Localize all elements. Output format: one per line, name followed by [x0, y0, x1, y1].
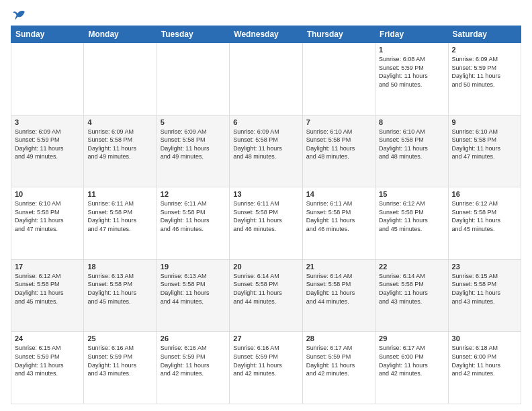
- calendar-cell: 5Sunrise: 6:09 AM Sunset: 5:58 PM Daylig…: [157, 115, 229, 187]
- day-detail: Sunrise: 6:16 AM Sunset: 5:59 PM Dayligh…: [233, 344, 298, 377]
- calendar-header-wednesday: Wednesday: [230, 26, 302, 43]
- calendar-cell: 18Sunrise: 6:13 AM Sunset: 5:58 PM Dayli…: [84, 259, 157, 332]
- day-detail: Sunrise: 6:11 AM Sunset: 5:58 PM Dayligh…: [87, 199, 152, 233]
- day-detail: Sunrise: 6:11 AM Sunset: 5:58 PM Dayligh…: [233, 199, 298, 233]
- calendar-header-row: SundayMondayTuesdayWednesdayThursdayFrid…: [11, 26, 521, 43]
- day-number: 15: [379, 190, 444, 198]
- day-detail: Sunrise: 6:17 AM Sunset: 6:00 PM Dayligh…: [379, 344, 444, 377]
- day-number: 11: [87, 190, 152, 198]
- calendar-cell: 12Sunrise: 6:11 AM Sunset: 5:58 PM Dayli…: [157, 187, 229, 260]
- calendar-cell: 21Sunrise: 6:14 AM Sunset: 5:58 PM Dayli…: [302, 259, 375, 332]
- calendar-cell: 13Sunrise: 6:11 AM Sunset: 5:58 PM Dayli…: [230, 187, 302, 260]
- day-number: 29: [379, 334, 444, 342]
- day-number: 8: [379, 118, 444, 126]
- day-number: 22: [379, 263, 444, 271]
- calendar-cell: [84, 43, 157, 116]
- calendar-cell: 7Sunrise: 6:10 AM Sunset: 5:58 PM Daylig…: [302, 115, 375, 187]
- day-number: 7: [306, 118, 371, 126]
- logo-bird-icon: [12, 8, 26, 21]
- day-detail: Sunrise: 6:09 AM Sunset: 5:58 PM Dayligh…: [87, 128, 152, 161]
- calendar-cell: 26Sunrise: 6:16 AM Sunset: 5:59 PM Dayli…: [157, 332, 229, 404]
- day-detail: Sunrise: 6:13 AM Sunset: 5:58 PM Dayligh…: [161, 272, 226, 306]
- day-number: 28: [306, 334, 371, 342]
- day-number: 14: [306, 190, 371, 198]
- day-detail: Sunrise: 6:17 AM Sunset: 5:59 PM Dayligh…: [306, 344, 371, 377]
- calendar-cell: 25Sunrise: 6:16 AM Sunset: 5:59 PM Dayli…: [84, 332, 157, 404]
- day-detail: Sunrise: 6:18 AM Sunset: 6:00 PM Dayligh…: [452, 344, 517, 377]
- day-number: 19: [161, 263, 226, 271]
- calendar-cell: 28Sunrise: 6:17 AM Sunset: 5:59 PM Dayli…: [302, 332, 375, 404]
- calendar-cell: 3Sunrise: 6:09 AM Sunset: 5:59 PM Daylig…: [11, 115, 84, 187]
- day-detail: Sunrise: 6:12 AM Sunset: 5:58 PM Dayligh…: [379, 199, 444, 233]
- calendar-cell: 14Sunrise: 6:11 AM Sunset: 5:58 PM Dayli…: [302, 187, 375, 260]
- day-detail: Sunrise: 6:09 AM Sunset: 5:58 PM Dayligh…: [161, 128, 226, 161]
- day-number: 12: [161, 190, 226, 198]
- day-number: 10: [15, 190, 80, 198]
- day-detail: Sunrise: 6:16 AM Sunset: 5:59 PM Dayligh…: [161, 344, 226, 377]
- day-detail: Sunrise: 6:12 AM Sunset: 5:58 PM Dayligh…: [15, 272, 80, 306]
- calendar-header-monday: Monday: [84, 26, 157, 43]
- calendar-cell: 6Sunrise: 6:09 AM Sunset: 5:58 PM Daylig…: [230, 115, 302, 187]
- day-number: 4: [87, 118, 152, 126]
- calendar-header-friday: Friday: [375, 26, 448, 43]
- day-number: 30: [452, 334, 517, 342]
- calendar-cell: 15Sunrise: 6:12 AM Sunset: 5:58 PM Dayli…: [375, 187, 448, 260]
- day-number: 17: [15, 263, 80, 271]
- calendar-cell: 9Sunrise: 6:10 AM Sunset: 5:58 PM Daylig…: [448, 115, 521, 187]
- day-number: 20: [233, 263, 298, 271]
- calendar-cell: 2Sunrise: 6:09 AM Sunset: 5:59 PM Daylig…: [448, 43, 521, 116]
- calendar-cell: 10Sunrise: 6:10 AM Sunset: 5:58 PM Dayli…: [11, 187, 84, 260]
- calendar-cell: [157, 43, 229, 116]
- calendar-cell: 11Sunrise: 6:11 AM Sunset: 5:58 PM Dayli…: [84, 187, 157, 260]
- calendar-cell: 4Sunrise: 6:09 AM Sunset: 5:58 PM Daylig…: [84, 115, 157, 187]
- calendar-cell: 19Sunrise: 6:13 AM Sunset: 5:58 PM Dayli…: [157, 259, 229, 332]
- day-number: 21: [306, 263, 371, 271]
- day-detail: Sunrise: 6:10 AM Sunset: 5:58 PM Dayligh…: [306, 128, 371, 161]
- calendar-header-tuesday: Tuesday: [157, 26, 229, 43]
- day-detail: Sunrise: 6:14 AM Sunset: 5:58 PM Dayligh…: [233, 272, 298, 306]
- day-detail: Sunrise: 6:14 AM Sunset: 5:58 PM Dayligh…: [379, 272, 444, 306]
- day-number: 2: [452, 46, 517, 54]
- calendar-header-sunday: Sunday: [11, 26, 84, 43]
- day-detail: Sunrise: 6:15 AM Sunset: 5:59 PM Dayligh…: [15, 344, 80, 377]
- calendar-week-4: 17Sunrise: 6:12 AM Sunset: 5:58 PM Dayli…: [11, 259, 521, 332]
- day-number: 18: [87, 263, 152, 271]
- day-number: 6: [233, 118, 298, 126]
- calendar-cell: 23Sunrise: 6:15 AM Sunset: 5:58 PM Dayli…: [448, 259, 521, 332]
- calendar-cell: 1Sunrise: 6:08 AM Sunset: 5:59 PM Daylig…: [375, 43, 448, 116]
- day-number: 24: [15, 334, 80, 342]
- day-detail: Sunrise: 6:16 AM Sunset: 5:59 PM Dayligh…: [87, 344, 152, 377]
- day-number: 23: [452, 263, 517, 271]
- day-number: 25: [87, 334, 152, 342]
- calendar-cell: [230, 43, 302, 116]
- day-number: 27: [233, 334, 298, 342]
- day-number: 3: [15, 118, 80, 126]
- logo-text: [11, 8, 26, 21]
- logo: [11, 8, 26, 21]
- day-detail: Sunrise: 6:14 AM Sunset: 5:58 PM Dayligh…: [306, 272, 371, 306]
- calendar-cell: 29Sunrise: 6:17 AM Sunset: 6:00 PM Dayli…: [375, 332, 448, 404]
- calendar-header-thursday: Thursday: [302, 26, 375, 43]
- day-detail: Sunrise: 6:09 AM Sunset: 5:59 PM Dayligh…: [15, 128, 80, 161]
- header: [11, 8, 521, 21]
- calendar-table: SundayMondayTuesdayWednesdayThursdayFrid…: [11, 26, 521, 404]
- day-number: 13: [233, 190, 298, 198]
- calendar-cell: 8Sunrise: 6:10 AM Sunset: 5:58 PM Daylig…: [375, 115, 448, 187]
- calendar-week-5: 24Sunrise: 6:15 AM Sunset: 5:59 PM Dayli…: [11, 332, 521, 404]
- calendar-cell: 30Sunrise: 6:18 AM Sunset: 6:00 PM Dayli…: [448, 332, 521, 404]
- page: SundayMondayTuesdayWednesdayThursdayFrid…: [0, 0, 532, 411]
- day-number: 9: [452, 118, 517, 126]
- day-number: 16: [452, 190, 517, 198]
- calendar-cell: 27Sunrise: 6:16 AM Sunset: 5:59 PM Dayli…: [230, 332, 302, 404]
- calendar-cell: 22Sunrise: 6:14 AM Sunset: 5:58 PM Dayli…: [375, 259, 448, 332]
- day-detail: Sunrise: 6:09 AM Sunset: 5:58 PM Dayligh…: [233, 128, 298, 161]
- calendar-header-saturday: Saturday: [448, 26, 521, 43]
- day-detail: Sunrise: 6:12 AM Sunset: 5:58 PM Dayligh…: [452, 199, 517, 233]
- day-detail: Sunrise: 6:13 AM Sunset: 5:58 PM Dayligh…: [87, 272, 152, 306]
- day-detail: Sunrise: 6:15 AM Sunset: 5:58 PM Dayligh…: [452, 272, 517, 306]
- calendar-cell: [302, 43, 375, 116]
- calendar-cell: 16Sunrise: 6:12 AM Sunset: 5:58 PM Dayli…: [448, 187, 521, 260]
- day-detail: Sunrise: 6:10 AM Sunset: 5:58 PM Dayligh…: [15, 199, 80, 233]
- day-detail: Sunrise: 6:11 AM Sunset: 5:58 PM Dayligh…: [161, 199, 226, 233]
- day-detail: Sunrise: 6:10 AM Sunset: 5:58 PM Dayligh…: [452, 128, 517, 161]
